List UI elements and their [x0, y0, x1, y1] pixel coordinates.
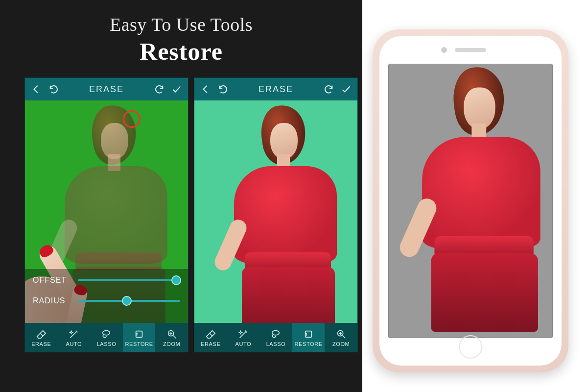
phone-mockup: [373, 29, 568, 372]
subject-figure: [212, 105, 340, 321]
svg-point-0: [103, 330, 110, 335]
back-icon[interactable]: [198, 82, 213, 97]
tool-restore[interactable]: RESTORE: [123, 323, 156, 352]
lasso-icon: [270, 329, 281, 340]
app-screenshot-2: ERASE ERASE AUTO: [194, 77, 358, 352]
redo-icon[interactable]: [152, 82, 166, 97]
edit-canvas[interactable]: [194, 100, 357, 323]
eraser-icon: [205, 329, 216, 340]
tool-lasso[interactable]: LASSO: [90, 323, 123, 352]
svg-point-6: [272, 330, 280, 335]
confirm-icon[interactable]: [169, 82, 184, 97]
tool-restore-label: RESTORE: [294, 341, 322, 347]
confirm-icon[interactable]: [339, 82, 353, 97]
tool-lasso-label: LASSO: [266, 341, 286, 347]
wand-icon: [69, 329, 79, 340]
undo-icon[interactable]: [47, 82, 61, 97]
phone-bezel: [379, 36, 562, 366]
svg-line-3: [173, 335, 176, 338]
tool-auto[interactable]: AUTO: [58, 323, 91, 352]
tool-erase[interactable]: ERASE: [194, 323, 227, 352]
subject-figure: [398, 67, 544, 315]
radius-label: RADIUS: [33, 296, 71, 305]
app-topbar: ERASE: [194, 78, 357, 100]
tool-strip: ERASE AUTO LASSO RESTORE ZOOM: [194, 323, 357, 352]
radius-thumb[interactable]: [122, 296, 132, 306]
tool-auto-label: AUTO: [235, 341, 252, 347]
offset-track[interactable]: [78, 279, 180, 281]
tool-lasso-label: LASSO: [97, 341, 117, 347]
slider-panel: OFFSET RADIUS: [25, 269, 188, 323]
left-dark-panel: Easy To Use Tools Restore ERASE: [0, 0, 362, 392]
offset-thumb[interactable]: [171, 275, 181, 285]
offset-slider[interactable]: OFFSET: [33, 276, 180, 285]
radius-track[interactable]: [78, 300, 180, 302]
front-camera: [441, 47, 447, 53]
tool-zoom[interactable]: ZOOM: [155, 323, 188, 352]
eraser-icon: [36, 329, 47, 340]
lasso-icon: [101, 329, 112, 340]
tool-erase-label: ERASE: [201, 341, 220, 347]
redo-icon[interactable]: [321, 82, 336, 97]
wand-icon: [238, 329, 249, 340]
offset-label: OFFSET: [33, 276, 71, 285]
back-icon[interactable]: [29, 82, 44, 97]
edit-canvas[interactable]: OFFSET RADIUS: [25, 100, 188, 323]
tool-erase[interactable]: ERASE: [25, 323, 58, 352]
tool-auto[interactable]: AUTO: [227, 323, 260, 352]
phone-screen: [388, 64, 553, 338]
undo-icon[interactable]: [216, 82, 231, 97]
home-button[interactable]: [459, 335, 482, 359]
radius-slider[interactable]: RADIUS: [33, 296, 180, 305]
zoom-icon: [166, 329, 177, 340]
app-topbar: ERASE: [25, 78, 188, 100]
speaker-slot: [455, 48, 486, 52]
restore-icon: [134, 329, 144, 340]
tool-lasso[interactable]: LASSO: [259, 323, 292, 352]
svg-line-9: [342, 335, 345, 338]
tool-strip: ERASE AUTO LASSO RESTORE ZOOM: [25, 323, 188, 352]
brush-cursor-ring: [123, 110, 141, 128]
promo-stage: Easy To Use Tools Restore ERASE: [0, 0, 588, 392]
tool-zoom-label: ZOOM: [163, 341, 180, 347]
app-screenshot-1: ERASE OFFSET: [24, 77, 188, 352]
restore-icon: [303, 329, 314, 340]
tool-erase-label: ERASE: [31, 341, 51, 347]
headline-small: Easy To Use Tools: [0, 14, 362, 35]
zoom-icon: [336, 329, 347, 340]
tool-restore-label: RESTORE: [125, 341, 153, 347]
tool-auto-label: AUTO: [66, 341, 82, 347]
tool-restore[interactable]: RESTORE: [292, 323, 325, 352]
headline-large: Restore: [0, 37, 362, 66]
tool-zoom[interactable]: ZOOM: [325, 323, 357, 352]
tool-zoom-label: ZOOM: [332, 341, 350, 347]
